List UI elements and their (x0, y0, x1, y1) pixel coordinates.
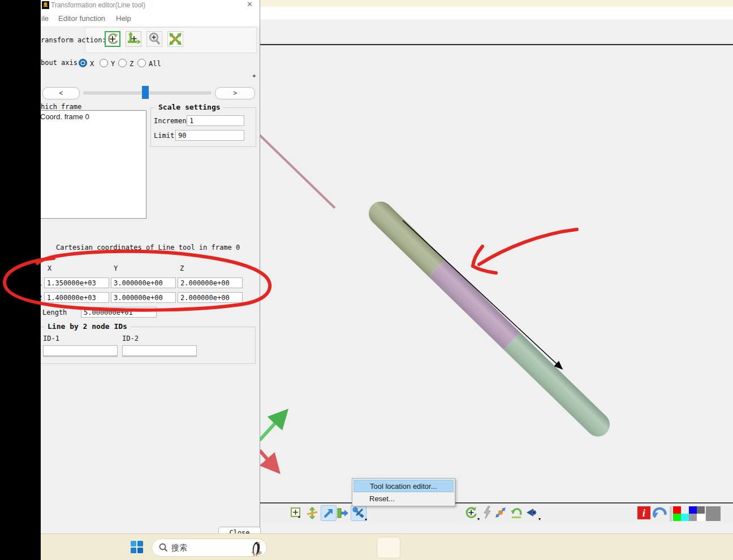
translate-action-icon[interactable] (126, 31, 141, 47)
slider-left-button[interactable]: < (42, 87, 80, 99)
increment-label: Increment (154, 117, 191, 125)
move-tool-icon[interactable] (321, 505, 337, 521)
view-direction-icon[interactable]: ▾ (525, 505, 540, 520)
axis-radio-all-label: All (149, 60, 161, 68)
active-app-button[interactable] (377, 537, 400, 558)
undo-icon[interactable] (652, 505, 667, 523)
slider-right-button[interactable]: > (215, 87, 255, 99)
coord-y2-input[interactable] (111, 292, 176, 303)
swatch-gray[interactable] (689, 514, 697, 521)
radio-icon[interactable] (137, 59, 146, 67)
limit-label: Limit (154, 132, 174, 140)
info-icon[interactable]: i (637, 506, 650, 519)
transform-action-label: ransform action: (41, 36, 106, 44)
frame-list-item[interactable]: Coord. frame 0 (37, 111, 146, 121)
swatch-cyan[interactable] (681, 514, 689, 521)
coord-x1-input[interactable] (44, 277, 109, 288)
menu-file[interactable]: ile (41, 14, 49, 23)
id1-label: ID-1 (43, 335, 59, 342)
frame-listbox[interactable]: Coord. frame 0 (36, 110, 146, 219)
coord-z2-input[interactable] (178, 292, 243, 303)
coord-x2-input[interactable] (44, 292, 109, 303)
coords-col-z: Z (180, 264, 184, 272)
screen: ▾ ▾ ▾ i Tool location editor... Reset. (0, 0, 733, 560)
plus-hint: + (252, 72, 256, 80)
dialog-titlebar[interactable]: Transformation editor(Line tool) ✕ (41, 0, 260, 10)
limit-input[interactable] (175, 130, 244, 141)
menu-item-reset[interactable]: Reset... (353, 492, 454, 505)
undo-view-icon[interactable] (509, 505, 524, 520)
axis-radio-x-label: X (90, 60, 94, 68)
axis-radio-z-label: Z (130, 60, 133, 68)
tools-menu-icon[interactable]: ▾ (351, 505, 366, 521)
apply-export-icon[interactable] (335, 506, 350, 520)
about-axis-label: bout axis: (41, 59, 81, 67)
scale-action-icon[interactable] (167, 31, 183, 47)
axis-radio-y-label: Y (111, 60, 115, 68)
axis-radio-y[interactable]: Y (100, 58, 115, 68)
taskbar: 搜索 ⚜ EN (0, 533, 733, 560)
rotate-view-icon[interactable]: ▾ (464, 505, 478, 520)
dropdown-caret-icon: ▾ (477, 516, 480, 522)
start-button[interactable] (130, 540, 144, 554)
zoom-extents-icon[interactable] (493, 505, 508, 520)
coord-y1-input[interactable] (111, 277, 176, 288)
menu-help[interactable]: Help (116, 14, 131, 23)
length-label: Length (42, 309, 67, 316)
scale-settings-title: Scale settings (156, 103, 223, 111)
radio-icon[interactable] (100, 59, 108, 67)
dropdown-caret-icon: ▾ (365, 517, 367, 522)
rotate-action-icon[interactable] (105, 31, 120, 47)
axis-radio-x[interactable]: X (79, 58, 94, 68)
snap-icon[interactable] (305, 506, 320, 520)
swatch-red[interactable] (673, 506, 681, 514)
coord-z1-input[interactable] (178, 277, 243, 288)
transformation-editor-dialog: Transformation editor(Line tool) ✕ ile E… (41, 0, 260, 533)
coords-col-x: X (48, 264, 51, 272)
swatch-current[interactable] (706, 506, 721, 521)
dialog-menubar: ile Editor function Help (41, 10, 260, 26)
search-highlight-bird (247, 539, 264, 556)
axis-radio-all[interactable]: All (137, 58, 161, 68)
menu-editor-function[interactable]: Editor function (58, 14, 105, 23)
slider-left-glyph: < (59, 89, 63, 97)
coords-heading: Cartesian coordinates of Line tool in fr… (56, 244, 237, 251)
viewport-background[interactable] (260, 45, 733, 502)
background-top-strip (260, 0, 733, 7)
main-window-toolbar (260, 19, 733, 44)
id2-label: ID-2 (122, 335, 139, 342)
close-icon[interactable]: ✕ (247, 0, 253, 8)
slider-handle[interactable] (142, 86, 149, 99)
swatch-white[interactable] (697, 514, 705, 521)
menu-item-tool-location-editor[interactable]: Tool location editor... (353, 480, 454, 492)
swatch-darkgray[interactable] (697, 506, 705, 514)
search-box[interactable]: 搜索 (152, 539, 267, 557)
app-icon (42, 1, 49, 9)
line-by-nodes-title: Line by 2 node IDs (45, 322, 130, 331)
which-frame-label: hich frame (41, 103, 81, 111)
radio-icon[interactable] (118, 59, 127, 67)
statusbar-filler (260, 522, 733, 533)
context-menu: Tool location editor... Reset... (352, 478, 455, 506)
main-window-titlebar (260, 7, 733, 19)
swatch-green[interactable] (673, 514, 681, 521)
zoom-action-icon[interactable] (146, 31, 162, 47)
dialog-title: Transformation editor(Line tool) (51, 1, 145, 9)
id1-input[interactable] (43, 345, 118, 356)
search-icon (159, 543, 168, 552)
radio-icon[interactable] (79, 59, 87, 67)
axis-radio-z[interactable]: Z (118, 58, 133, 68)
search-placeholder: 搜索 (171, 543, 187, 553)
swatch-yellow[interactable] (681, 506, 689, 514)
zoom-box-icon[interactable] (289, 506, 304, 520)
dropdown-caret-icon: ▾ (538, 516, 541, 522)
coords-col-y: Y (114, 264, 118, 272)
black-left-strip (0, 0, 41, 560)
length-input[interactable] (81, 307, 157, 318)
slider-right-glyph: > (233, 89, 237, 97)
info-glyph: i (643, 507, 645, 519)
swatch-blue[interactable] (689, 506, 697, 514)
increment-input[interactable] (187, 115, 244, 126)
palette-scroll-strip[interactable] (670, 506, 672, 522)
id2-input[interactable] (122, 345, 197, 356)
